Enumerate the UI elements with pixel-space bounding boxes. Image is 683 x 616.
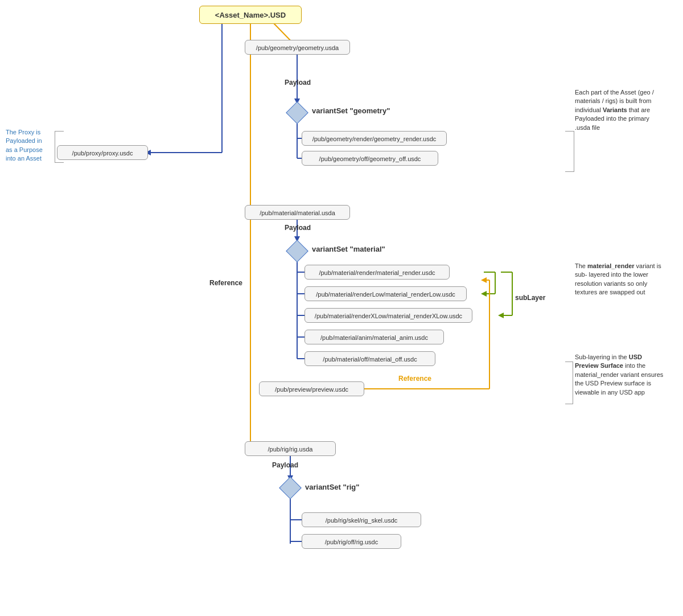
rig-off-node: /pub/rig/off/rig.usdc (302, 534, 401, 549)
variantset-material-label: variantSet "material" (312, 245, 385, 253)
proxy-label: /pub/proxy/proxy.usdc (72, 150, 133, 157)
rig-off-label: /pub/rig/off/rig.usdc (325, 539, 378, 545)
proxy-bracket (55, 131, 64, 163)
material-renderxlow-node: /pub/material/renderXLow/material_render… (305, 308, 472, 323)
geometry-usda-label: /pub/geometry/geometry.usda (256, 44, 339, 51)
material-renderxlow-label: /pub/material/renderXLow/material_render… (315, 313, 462, 319)
material-anim-node: /pub/material/anim/material_anim.usdc (305, 330, 444, 344)
preview-bracket (565, 362, 573, 404)
svg-marker-39 (498, 313, 504, 318)
payload-geometry-label: Payload (285, 79, 311, 87)
material-anim-label: /pub/material/anim/material_anim.usdc (320, 334, 428, 341)
root-label: <Asset_Name>.USD (215, 11, 286, 19)
material-usda-label: /pub/material/material.usda (260, 210, 335, 216)
rig-skel-label: /pub/rig/skel/rig_skel.usdc (326, 517, 398, 524)
payload-material-label: Payload (285, 224, 311, 232)
svg-marker-43 (481, 277, 487, 283)
geometry-off-node: /pub/geometry/off/geometry_off.usdc (302, 151, 438, 166)
each-part-bracket (565, 131, 574, 172)
material-render-label: /pub/material/render/material_render.usd… (319, 269, 435, 276)
material-off-node: /pub/material/off/material_off.usdc (305, 351, 435, 366)
rig-usda-label: /pub/rig/rig.usda (268, 446, 313, 453)
preview-annotation: Sub-layering in the USD Preview Surface … (575, 353, 666, 397)
geometry-off-label: /pub/geometry/off/geometry_off.usdc (319, 155, 421, 162)
proxy-annotation: The Proxy is Payloaded in as a Purpose i… (6, 128, 43, 163)
svg-marker-35 (481, 291, 487, 297)
material-renderlow-node: /pub/material/renderLow/material_renderL… (305, 286, 467, 301)
reference-left-label: Reference (209, 279, 242, 287)
variantset-rig-label: variantSet "rig" (305, 483, 359, 491)
diagram-container: <Asset_Name>.USD /pub/proxy/proxy.usdc /… (0, 0, 683, 616)
sublayer-label: subLayer (515, 294, 545, 302)
sublayer-annotation: The material_render variant is sub- laye… (575, 262, 666, 297)
material-renderlow-label: /pub/material/renderLow/material_renderL… (316, 291, 455, 298)
geometry-usda-node: /pub/geometry/geometry.usda (245, 40, 350, 55)
geometry-render-label: /pub/geometry/render/geometry_render.usd… (312, 135, 437, 142)
diamond-geometry (286, 101, 308, 124)
material-render-node: /pub/material/render/material_render.usd… (305, 265, 450, 280)
geometry-render-node: /pub/geometry/render/geometry_render.usd… (302, 131, 447, 146)
diamond-rig (279, 477, 302, 499)
material-off-label: /pub/material/off/material_off.usdc (323, 356, 417, 363)
variantset-geometry-label: variantSet "geometry" (312, 106, 390, 115)
each-part-annotation: Each part of the Asset (geo / materials … (575, 88, 666, 132)
diamond-material (286, 240, 308, 262)
rig-skel-node: /pub/rig/skel/rig_skel.usdc (302, 512, 421, 527)
preview-label: /pub/preview/preview.usdc (275, 386, 348, 393)
material-usda-node: /pub/material/material.usda (245, 205, 350, 220)
proxy-node: /pub/proxy/proxy.usdc (57, 145, 148, 160)
reference-bottom-label: Reference (398, 375, 431, 383)
payload-rig-label: Payload (272, 461, 298, 469)
root-node: <Asset_Name>.USD (199, 6, 302, 24)
preview-node: /pub/preview/preview.usdc (259, 381, 364, 396)
rig-usda-node: /pub/rig/rig.usda (245, 441, 336, 456)
